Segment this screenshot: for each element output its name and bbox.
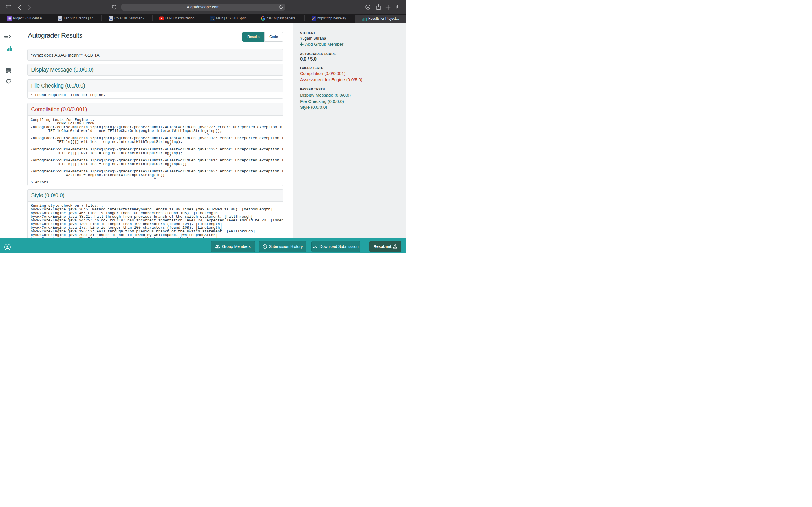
svg-text:CS: CS	[212, 18, 214, 20]
svg-text:EE: EE	[211, 17, 213, 18]
